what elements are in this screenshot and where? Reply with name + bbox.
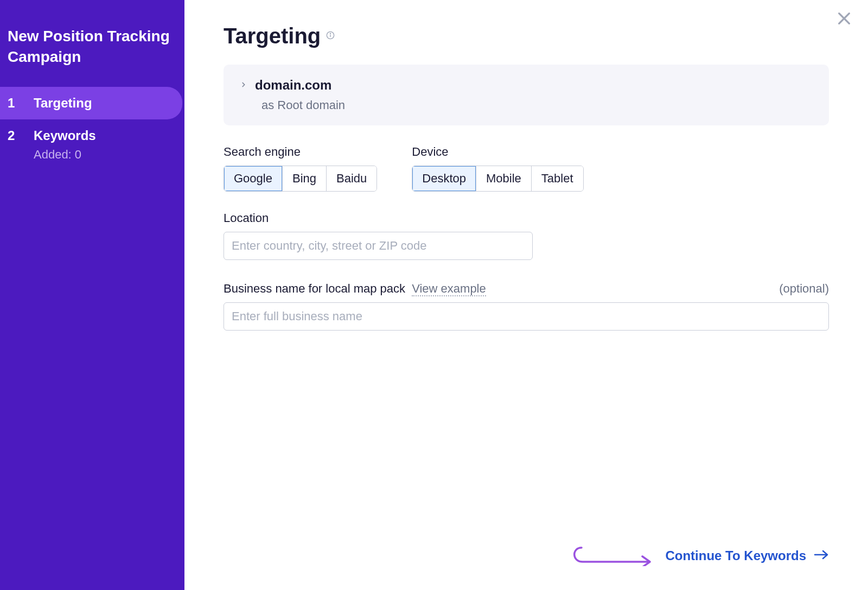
- domain-type: as Root domain: [261, 98, 813, 112]
- chevron-right-icon: [240, 80, 247, 91]
- optional-label: (optional): [779, 282, 829, 296]
- sidebar-item-label: Targeting: [34, 96, 92, 111]
- search-engine-bing[interactable]: Bing: [283, 166, 327, 191]
- page-title-text: Targeting: [224, 24, 321, 48]
- annotation-arrow-icon: [569, 543, 655, 568]
- location-label: Location: [224, 211, 829, 225]
- location-input[interactable]: [224, 232, 533, 260]
- search-engine-group: Search engine Google Bing Baidu: [224, 145, 377, 192]
- sidebar-item-number: 2: [8, 128, 18, 143]
- page-title: Targeting: [224, 24, 829, 48]
- footer: Continue To Keywords: [224, 528, 829, 590]
- search-engine-label: Search engine: [224, 145, 377, 159]
- domain-summary[interactable]: domain.com as Root domain: [224, 65, 829, 125]
- business-name-input[interactable]: [224, 302, 829, 331]
- continue-label: Continue To Keywords: [665, 548, 806, 563]
- device-label: Device: [412, 145, 583, 159]
- main-content: Targeting domain.com as Root domain Sear…: [184, 0, 868, 590]
- domain-name: domain.com: [255, 78, 331, 93]
- device-tablet[interactable]: Tablet: [532, 166, 583, 191]
- search-engine-baidu[interactable]: Baidu: [327, 166, 376, 191]
- device-desktop[interactable]: Desktop: [412, 166, 476, 191]
- view-example-link[interactable]: View example: [412, 282, 486, 296]
- continue-button[interactable]: Continue To Keywords: [665, 548, 829, 563]
- device-group: Device Desktop Mobile Tablet: [412, 145, 583, 192]
- business-label: Business name for local map pack View ex…: [224, 282, 486, 296]
- sidebar-title: New Position Tracking Campaign: [0, 26, 184, 87]
- arrow-right-icon: [814, 548, 829, 563]
- sidebar-item-keywords[interactable]: 2 Keywords Added: 0: [0, 119, 184, 170]
- location-group: Location: [224, 211, 829, 260]
- sidebar-item-sub: Added: 0: [34, 148, 96, 162]
- svg-point-4: [330, 33, 331, 34]
- close-icon[interactable]: [835, 10, 853, 29]
- business-label-text: Business name for local map pack: [224, 282, 405, 295]
- info-icon[interactable]: [326, 30, 335, 42]
- device-mobile[interactable]: Mobile: [476, 166, 532, 191]
- device-segmented: Desktop Mobile Tablet: [412, 166, 583, 192]
- search-engine-google[interactable]: Google: [224, 166, 283, 191]
- business-group: Business name for local map pack View ex…: [224, 282, 829, 331]
- search-engine-segmented: Google Bing Baidu: [224, 166, 377, 192]
- sidebar-item-number: 1: [8, 96, 18, 111]
- sidebar-item-targeting[interactable]: 1 Targeting: [0, 87, 182, 119]
- sidebar: New Position Tracking Campaign 1 Targeti…: [0, 0, 184, 590]
- sidebar-item-label: Keywords: [34, 128, 96, 143]
